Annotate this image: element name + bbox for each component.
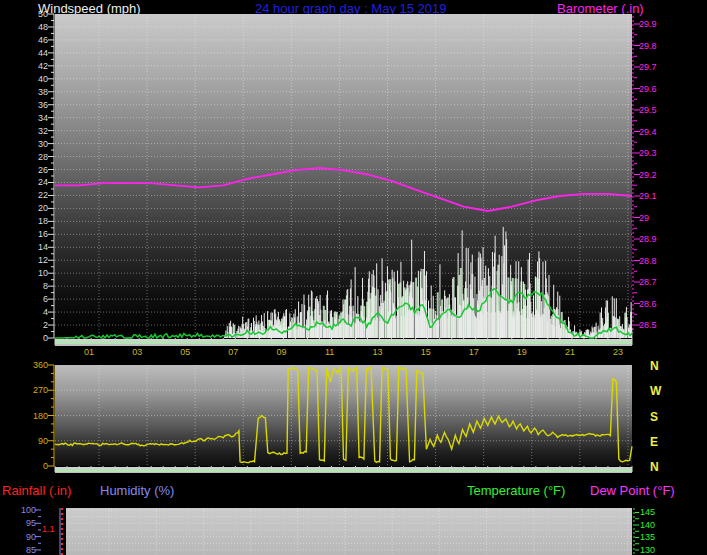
windspeed-axis-label: 36: [20, 100, 48, 110]
windspeed-axis-label: 30: [20, 139, 48, 149]
temp-humidity-rain-chart: [66, 508, 632, 555]
windspeed-axis-label: 2: [20, 320, 48, 330]
windspeed-axis-label: 50: [20, 9, 48, 19]
barometer-axis-label: 28.5: [639, 320, 657, 330]
rainfall-axis-title: Rainfall (.in): [2, 483, 71, 498]
rainfall-axis-label: 1.1: [42, 524, 55, 534]
temperature-axis-label: 145: [640, 507, 655, 517]
hour-label: 01: [79, 347, 99, 357]
windspeed-axis-label: 46: [20, 35, 48, 45]
hour-label: 05: [175, 347, 195, 357]
humidity-axis-title: Humidity (%): [100, 483, 174, 498]
temperature-axis-label: 130: [640, 545, 655, 555]
windspeed-axis-label: 28: [20, 152, 48, 162]
barometer-axis-label: 29.4: [639, 127, 657, 137]
hour-label: 19: [512, 347, 532, 357]
windspeed-axis-label: 40: [20, 74, 48, 84]
windspeed-barometer-plot: [55, 14, 632, 338]
compass-letter: N: [650, 359, 659, 373]
windspeed-barometer-chart: [55, 14, 632, 338]
windspeed-axis-label: 4: [20, 307, 48, 317]
barometer-axis-label: 29.6: [639, 84, 657, 94]
direction-axis-label: 180: [20, 411, 48, 421]
chart1-bottom-border: [55, 339, 632, 346]
barometer-axis-label: 29.8: [639, 41, 657, 51]
barometer-axis-label: 29.1: [639, 191, 657, 201]
hour-label: 15: [416, 347, 436, 357]
windspeed-axis-label: 16: [20, 229, 48, 239]
barometer-axis-label: 29.7: [639, 62, 657, 72]
hour-label: 11: [320, 347, 340, 357]
direction-axis-label: 90: [20, 436, 48, 446]
temp-humidity-plot: [66, 508, 632, 555]
wind-direction-plot: [55, 365, 632, 466]
direction-axis-label: 360: [20, 360, 48, 370]
dew-point-axis-title: Dew Point (°F): [590, 483, 675, 498]
windspeed-axis-label: 10: [20, 268, 48, 278]
hour-label: 17: [464, 347, 484, 357]
humidity-axis-label: 95: [10, 518, 36, 528]
hour-label: 09: [271, 347, 291, 357]
windspeed-axis-label: 38: [20, 87, 48, 97]
windspeed-axis-label: 20: [20, 203, 48, 213]
temperature-axis-title: Temperature (°F): [467, 483, 565, 498]
hour-label: 23: [608, 347, 628, 357]
windspeed-axis-label: 34: [20, 113, 48, 123]
temperature-axis-label: 140: [640, 520, 655, 530]
windspeed-axis-label: 0: [20, 333, 48, 343]
windspeed-axis-label: 8: [20, 281, 48, 291]
windspeed-axis-label: 44: [20, 48, 48, 58]
hour-label: 07: [223, 347, 243, 357]
barometer-axis-label: 29.5: [639, 105, 657, 115]
windspeed-axis-label: 32: [20, 126, 48, 136]
barometer-axis-label: 28.8: [639, 256, 657, 266]
compass-letter: S: [650, 410, 658, 424]
humidity-axis-label: 90: [10, 532, 36, 542]
humidity-axis-label: 100: [10, 505, 36, 515]
humidity-axis-label: 85: [10, 545, 36, 555]
windspeed-axis-label: 26: [20, 165, 48, 175]
windspeed-axis-label: 24: [20, 177, 48, 187]
wind-direction-chart: [55, 365, 632, 466]
direction-axis-label: 270: [20, 385, 48, 395]
hour-label: 03: [127, 347, 147, 357]
compass-letter: E: [650, 435, 658, 449]
hour-label: 13: [368, 347, 388, 357]
barometer-axis-label: 29: [639, 213, 649, 223]
hour-label: 21: [560, 347, 580, 357]
barometer-axis-label: 28.9: [639, 234, 657, 244]
windspeed-axis-label: 42: [20, 61, 48, 71]
temperature-axis-label: 135: [640, 532, 655, 542]
windspeed-axis-label: 6: [20, 294, 48, 304]
barometer-axis-label: 29.3: [639, 148, 657, 158]
compass-letter: N: [650, 460, 659, 474]
compass-letter: W: [650, 384, 661, 398]
windspeed-axis-label: 14: [20, 242, 48, 252]
windspeed-axis-label: 22: [20, 190, 48, 200]
barometer-axis-label: 28.7: [639, 277, 657, 287]
barometer-axis-label: 28.6: [639, 299, 657, 309]
windspeed-axis-label: 18: [20, 216, 48, 226]
direction-axis-label: 0: [20, 461, 48, 471]
chart2-bottom-border: [55, 467, 632, 473]
windspeed-axis-label: 48: [20, 22, 48, 32]
barometer-axis-label: 29.2: [639, 170, 657, 180]
weather-graph-page: Windspeed (mph) 24 hour graph day : May …: [0, 0, 707, 555]
windspeed-axis-label: 12: [20, 255, 48, 265]
barometer-axis-label: 29.9: [639, 19, 657, 29]
